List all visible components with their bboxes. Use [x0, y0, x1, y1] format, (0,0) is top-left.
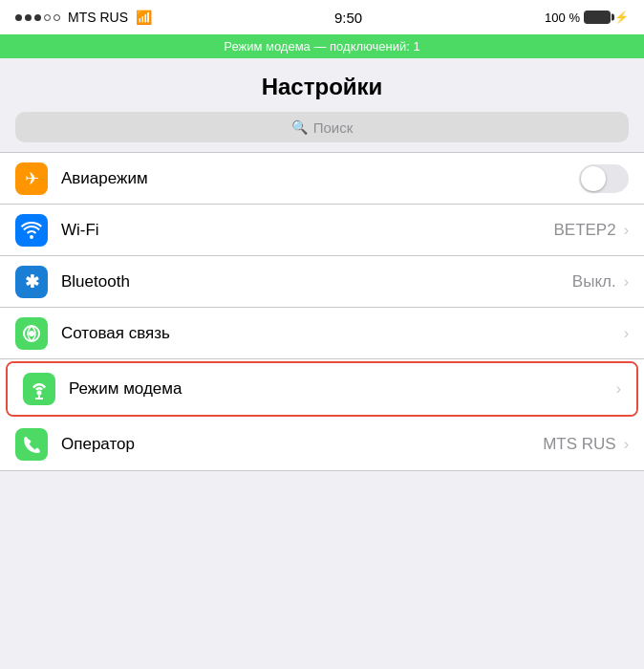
- hotspot-icon: [23, 373, 55, 405]
- airplane-toggle-container: [579, 164, 629, 193]
- status-right: 100 % ⚡: [545, 11, 629, 25]
- carrier-name: MTS RUS: [543, 435, 616, 454]
- bluetooth-right: Выкл. ›: [572, 272, 629, 291]
- bluetooth-label: Bluetooth: [61, 272, 572, 291]
- settings-item-bluetooth[interactable]: ✱ Bluetooth Выкл. ›: [0, 256, 644, 308]
- settings-item-cellular[interactable]: Сотовая связь ›: [0, 308, 644, 359]
- wifi-chevron: ›: [624, 222, 629, 239]
- wifi-right: ВЕТЕР2 ›: [553, 221, 629, 240]
- battery-icon: [584, 11, 611, 24]
- carrier-settings-label: Оператор: [61, 435, 543, 454]
- hotspot-banner: Режим модема — подключений: 1: [0, 34, 644, 58]
- settings-item-airplane[interactable]: ✈ Авиарежим: [0, 153, 644, 205]
- airplane-toggle[interactable]: [579, 164, 629, 193]
- carrier-chevron: ›: [624, 436, 629, 453]
- cellular-icon: [15, 317, 48, 350]
- hotspot-right: ›: [614, 380, 621, 398]
- battery-fill: [585, 11, 610, 23]
- settings-item-carrier[interactable]: Оператор MTS RUS ›: [0, 419, 644, 470]
- charging-icon: ⚡: [614, 11, 629, 24]
- search-icon: 🔍: [291, 119, 308, 135]
- settings-group-connectivity: ✈ Авиарежим Wi-Fi ВЕТЕР2 › ✱ Bluetooth В…: [0, 152, 644, 471]
- wifi-label: Wi-Fi: [61, 221, 553, 240]
- search-input[interactable]: 🔍 Поиск: [15, 112, 629, 142]
- hotspot-chevron: ›: [616, 380, 621, 398]
- bluetooth-icon: ✱: [15, 266, 48, 298]
- svg-point-2: [37, 391, 42, 396]
- status-time: 9:50: [334, 10, 362, 26]
- page-title: Настройки: [0, 58, 644, 112]
- dot1: [15, 14, 22, 21]
- search-bar-container: 🔍 Поиск: [0, 112, 644, 152]
- airplane-icon: ✈: [15, 162, 48, 195]
- svg-point-1: [29, 331, 34, 336]
- signal-dots: [15, 14, 60, 21]
- dot3: [34, 14, 41, 21]
- status-left: MTS RUS 📶: [15, 10, 152, 25]
- cellular-chevron: ›: [624, 325, 629, 342]
- hotspot-label: Режим модема: [69, 379, 614, 399]
- cellular-right: ›: [622, 325, 629, 342]
- status-bar: MTS RUS 📶 9:50 100 % ⚡: [0, 0, 644, 34]
- dot5: [54, 14, 60, 21]
- wifi-network-name: ВЕТЕР2: [553, 221, 615, 240]
- bluetooth-chevron: ›: [624, 273, 629, 291]
- settings-item-hotspot[interactable]: Режим модема ›: [8, 363, 636, 415]
- airplane-label: Авиарежим: [61, 169, 579, 188]
- toggle-knob: [581, 166, 606, 191]
- dot4: [44, 14, 51, 21]
- settings-item-wifi[interactable]: Wi-Fi ВЕТЕР2 ›: [0, 205, 644, 256]
- dot2: [25, 14, 32, 21]
- carrier-label: MTS RUS: [68, 10, 128, 25]
- wifi-settings-icon: [15, 214, 48, 247]
- cellular-label: Сотовая связь: [61, 324, 622, 343]
- phone-icon: [15, 428, 48, 461]
- hotspot-highlight-wrapper: Режим модема ›: [6, 361, 638, 417]
- carrier-right: MTS RUS ›: [543, 435, 629, 454]
- wifi-icon: 📶: [136, 10, 152, 25]
- search-placeholder: Поиск: [313, 119, 354, 136]
- bluetooth-status: Выкл.: [572, 272, 616, 291]
- battery-percent: 100 %: [545, 11, 580, 25]
